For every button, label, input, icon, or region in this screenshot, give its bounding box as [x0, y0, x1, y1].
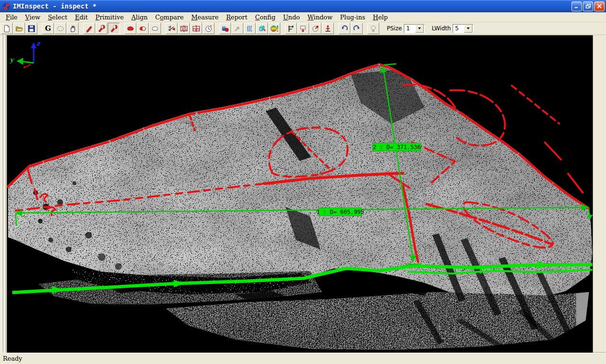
point-cloud-compare-button[interactable]	[256, 23, 268, 34]
compare-group	[219, 23, 281, 34]
link-disabled-button[interactable]	[232, 23, 243, 34]
light-toggle-button[interactable]	[367, 23, 379, 34]
lasso-select-button[interactable]	[54, 23, 66, 34]
align-objects-button[interactable]	[219, 23, 231, 34]
psize-dropdown-button[interactable]	[415, 25, 424, 33]
split-view-icon	[168, 25, 176, 33]
pan-button[interactable]	[67, 23, 79, 34]
align-n-n-icon: n n	[192, 25, 200, 33]
save-floppy-icon	[27, 25, 36, 33]
menu-window[interactable]: Window	[303, 13, 336, 21]
menu-undo[interactable]: Undo	[279, 13, 304, 21]
caliper-icon	[287, 25, 295, 33]
axis-measure-button[interactable]	[322, 23, 334, 34]
dock-gripper	[1, 35, 3, 353]
redo-button[interactable]	[351, 23, 363, 34]
lwidth-dropdown-button[interactable]	[464, 25, 472, 33]
menu-report[interactable]: Report	[223, 13, 251, 21]
g-mode-button[interactable]: G	[42, 23, 54, 34]
menu-config[interactable]: Config	[251, 13, 279, 21]
feature-pen-target-active-button[interactable]	[108, 23, 120, 34]
caliper-button[interactable]	[285, 23, 297, 34]
gray-arrow-icon	[233, 25, 241, 33]
psize-label: PSize	[387, 25, 402, 32]
align-group: 1 1 n n	[166, 23, 215, 34]
split-view-button[interactable]	[166, 23, 178, 34]
status-bar: Ready	[0, 353, 606, 364]
workspace: 1 : D= 605.995 2 : D= 371.536 z	[0, 35, 606, 353]
menu-primitive[interactable]: Primitive	[91, 13, 127, 21]
restore-button[interactable]	[583, 1, 593, 11]
menu-compare[interactable]: Compare	[152, 13, 187, 21]
blob-solid-icon	[126, 25, 134, 33]
left-dock-strip	[0, 35, 7, 353]
save-button[interactable]	[26, 23, 37, 34]
svg-text:n: n	[196, 26, 199, 31]
blob-half-icon	[139, 25, 147, 33]
lwidth-select[interactable]: 5	[453, 24, 473, 33]
menu-select[interactable]: Select	[44, 13, 71, 21]
dimension-button[interactable]	[297, 23, 309, 34]
g-mode-label: G	[45, 24, 51, 33]
dock-gripper	[4, 35, 6, 353]
align-1-1-button[interactable]: 1 1	[178, 23, 190, 34]
menu-edit[interactable]: Edit	[71, 13, 91, 21]
undo-icon	[340, 25, 348, 33]
psize-value: 1	[404, 25, 415, 32]
close-button[interactable]	[594, 1, 605, 11]
title-bar: IMInspect - inspect *	[0, 0, 606, 12]
blob-solid-button[interactable]	[125, 23, 136, 34]
blob-outline-icon	[151, 25, 159, 33]
x-axis-dot	[24, 66, 26, 68]
menu-view[interactable]: View	[21, 13, 44, 21]
menu-help[interactable]: Help	[369, 13, 392, 21]
blob-outline-button[interactable]	[149, 23, 161, 34]
psize-select[interactable]: 1	[404, 24, 425, 33]
menu-bar: File View Select Edit Primitive Align Co…	[0, 12, 606, 22]
blob-half-button[interactable]	[137, 23, 149, 34]
menu-measure[interactable]: Measure	[187, 13, 223, 21]
open-file-button[interactable]	[13, 23, 25, 34]
lwidth-value: 5	[453, 25, 464, 32]
lasso-icon	[56, 25, 64, 33]
lightbulb-icon	[369, 25, 377, 33]
feature-edit-group	[83, 23, 120, 34]
feature-pen-button[interactable]	[83, 23, 95, 34]
measure-group	[285, 23, 334, 34]
view-mode-group: G	[42, 23, 79, 34]
lwidth-group: LWidth 5	[429, 24, 473, 33]
align-objects-icon	[221, 25, 229, 33]
cube-points-icon	[258, 25, 266, 33]
undo-button[interactable]	[339, 23, 350, 34]
blob-select-group	[125, 23, 161, 34]
menu-file[interactable]: File	[2, 13, 21, 21]
new-document-button[interactable]	[1, 23, 13, 34]
timer-button[interactable]	[203, 23, 214, 34]
open-folder-icon	[15, 25, 23, 33]
svg-text:1: 1	[181, 26, 184, 31]
3d-viewport[interactable]: 1 : D= 605.995 2 : D= 371.536 z	[7, 35, 593, 353]
menu-align[interactable]: Align	[127, 13, 151, 21]
compare-waves-button[interactable]	[244, 23, 256, 34]
measurement-2-label: 2 : D= 371.536	[373, 144, 420, 151]
timer-clock-icon	[205, 25, 213, 33]
undo-group	[339, 23, 363, 34]
axis-tree-icon	[324, 25, 332, 33]
svg-text:n: n	[193, 26, 196, 31]
lwidth-label: LWidth	[432, 25, 451, 32]
minimize-button[interactable]	[571, 1, 582, 11]
main-toolbar: G	[0, 22, 606, 35]
color-map-button[interactable]	[268, 23, 280, 34]
3d-scene-canvas[interactable]: 1 : D= 605.995 2 : D= 371.536 z	[7, 36, 593, 353]
hand-icon	[69, 25, 77, 33]
menu-plugins[interactable]: Plug-ins	[336, 13, 369, 21]
align-1-1-icon: 1 1	[180, 25, 188, 33]
feature-pen-target-button[interactable]	[96, 23, 107, 34]
status-text: Ready	[3, 355, 22, 362]
dimension-icon	[299, 25, 307, 33]
align-n-n-button[interactable]: n n	[190, 23, 202, 34]
radius-button[interactable]	[310, 23, 321, 34]
close-icon	[597, 4, 602, 9]
red-pen-icon	[85, 25, 93, 33]
application-window: IMInspect - inspect * File View Select E…	[0, 0, 606, 364]
